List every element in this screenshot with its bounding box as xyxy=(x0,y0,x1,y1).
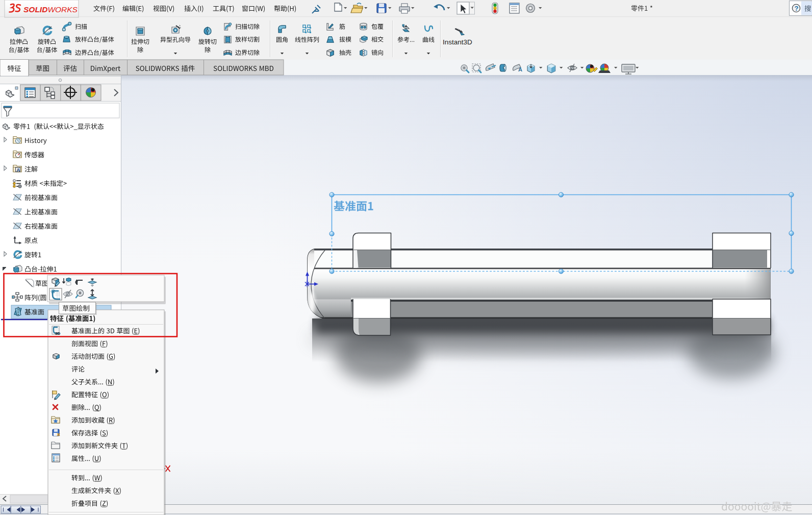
svg-text:Instant3D: Instant3D xyxy=(443,38,472,46)
svg-text:SOLIDWORKS: SOLIDWORKS xyxy=(23,5,78,14)
svg-text:3D: 3D xyxy=(55,331,60,336)
svg-text:?: ? xyxy=(795,5,799,12)
svg-text:A: A xyxy=(17,167,20,173)
svg-text:A: A xyxy=(518,66,522,72)
